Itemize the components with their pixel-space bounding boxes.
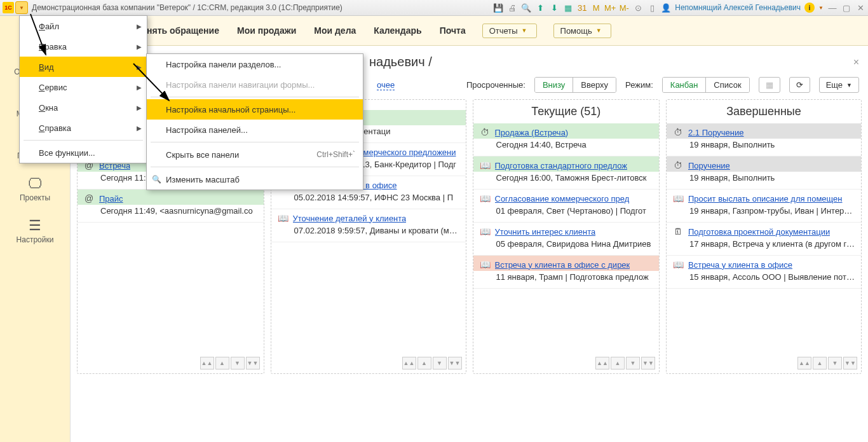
maximize-icon[interactable]: ▢ bbox=[841, 3, 851, 13]
menu-Справка[interactable]: Справка▶ bbox=[20, 118, 147, 138]
scroll-button[interactable]: ▼ bbox=[626, 357, 640, 369]
mail-button[interactable]: Почта bbox=[431, 16, 475, 45]
kanban-card[interactable]: 📖Согласование коммерческого пред01 февра… bbox=[473, 190, 660, 223]
card-link[interactable]: Подготовка стандартного предлож bbox=[495, 161, 627, 170]
scroll-button[interactable]: ▲▲ bbox=[797, 357, 811, 369]
menu-Вид[interactable]: Вид▶ bbox=[20, 57, 147, 77]
grid-view-button[interactable]: ▦ bbox=[759, 77, 780, 93]
overdue-top-button[interactable]: Вверху bbox=[573, 78, 616, 92]
window-title: Демонстрационная база компании "Ветерок"… bbox=[32, 3, 493, 12]
print-icon[interactable]: 🖨 bbox=[507, 3, 517, 13]
export-icon[interactable]: ⬆ bbox=[535, 3, 545, 13]
accept-appeal-button[interactable]: нять обращение bbox=[138, 16, 228, 45]
close-icon[interactable]: ✕ bbox=[855, 3, 865, 13]
scroll-button[interactable]: ▲▲ bbox=[595, 357, 609, 369]
import-icon[interactable]: ⬇ bbox=[549, 3, 559, 13]
card-link[interactable]: Уточнение деталей у клиента bbox=[293, 214, 407, 223]
menu-Файл[interactable]: Файл▶ bbox=[20, 16, 147, 36]
menu-Правка[interactable]: Правка▶ bbox=[20, 36, 147, 57]
card-link[interactable]: Встреча у клиента в офисе bbox=[688, 260, 792, 270]
main-dropdown-button[interactable]: ▼ bbox=[15, 1, 28, 14]
card-link[interactable]: Просит выслать описание для помещен bbox=[688, 194, 843, 204]
sidebar-item-label: Настройки bbox=[17, 235, 54, 244]
scroll-button[interactable]: ▲ bbox=[215, 357, 229, 369]
view-submenu: Настройка панели разделов... Настройка п… bbox=[146, 53, 363, 190]
minimize-icon[interactable]: — bbox=[827, 3, 837, 13]
calendar-button[interactable]: Календарь bbox=[365, 16, 430, 45]
user-name[interactable]: Непомнящий Алексей Геннадьевич bbox=[675, 3, 801, 12]
refresh-button[interactable]: ⟳ bbox=[789, 77, 810, 93]
mode-kanban-button[interactable]: Канбан bbox=[663, 78, 706, 92]
card-link[interactable]: Согласование коммерческого пред bbox=[495, 194, 630, 204]
card-subtitle: 19 января, Газпром-трубы, Иван | Интерес… bbox=[667, 205, 861, 222]
titlebar-right: 💾 🖨 🔍 ⬆ ⬇ ▦ 31 M M+ M- ⊙ ▯ 👤 Непомнящий … bbox=[493, 3, 865, 13]
close-page-button[interactable]: × bbox=[853, 57, 859, 68]
more-button[interactable]: Еще▼ bbox=[819, 77, 859, 93]
scroll-button[interactable]: ▲ bbox=[417, 357, 431, 369]
menu-hide-panels[interactable]: Скрыть все панелиCtrl+Shift+` bbox=[147, 144, 363, 165]
m-minus-icon[interactable]: M bbox=[591, 3, 601, 13]
mode-list-button[interactable]: Список bbox=[705, 78, 749, 92]
scroll-button[interactable]: ▼ bbox=[828, 357, 842, 369]
info-caret-icon[interactable]: ▼ bbox=[818, 5, 824, 11]
kanban-card[interactable]: 📖Встреча у клиента в офисе15 января, Асс… bbox=[667, 256, 861, 289]
scroll-button[interactable]: ▼▼ bbox=[641, 357, 655, 369]
scroll-button[interactable]: ▲ bbox=[611, 357, 625, 369]
save-icon[interactable]: 💾 bbox=[493, 3, 503, 13]
card-link[interactable]: Прайс bbox=[99, 194, 123, 204]
search-icon[interactable]: ⊙ bbox=[633, 3, 643, 13]
kanban-card[interactable]: 🗓Подготовка проектной документации17 янв… bbox=[667, 223, 861, 256]
card-header: @Прайс bbox=[78, 190, 264, 205]
kanban-card[interactable]: 📖Просит выслать описание для помещен19 я… bbox=[667, 190, 861, 223]
kanban-card[interactable]: 📖Уточнить интерес клиента05 февраля, Сви… bbox=[473, 223, 660, 256]
calc-icon[interactable]: ▦ bbox=[563, 3, 573, 13]
m-plus-icon[interactable]: M+ bbox=[605, 3, 615, 13]
kanban-card[interactable]: @ПрайсСегодня 11:49, <aasnurnicyna@gmail… bbox=[78, 190, 264, 223]
scroll-button[interactable]: ▼ bbox=[433, 357, 447, 369]
scroll-button[interactable]: ▼▼ bbox=[843, 357, 857, 369]
my-sales-button[interactable]: Мои продажи bbox=[228, 16, 305, 45]
menu-Сервис[interactable]: Сервис▶ bbox=[20, 77, 147, 97]
kanban-card[interactable]: ⏱2.1 Поручение19 января, Выполнить bbox=[667, 123, 861, 156]
overdue-bottom-button[interactable]: Внизу bbox=[535, 78, 573, 92]
menu-Окна[interactable]: Окна▶ bbox=[20, 97, 147, 118]
scroll-button[interactable]: ▲▲ bbox=[200, 357, 214, 369]
scroll-button[interactable]: ▲▲ bbox=[402, 357, 416, 369]
card-link[interactable]: Подготовка проектной документации bbox=[688, 227, 830, 237]
scroll-button[interactable]: ▼ bbox=[231, 357, 245, 369]
card-subtitle: Сегодня 14:40, Встреча bbox=[473, 139, 660, 156]
kanban-card[interactable]: 📖Уточнение деталей у клиента07.02.2018 9… bbox=[271, 209, 466, 242]
card-header: 📖Встреча у клиента в офисе bbox=[667, 256, 861, 271]
reports-button[interactable]: Отчеты▼ bbox=[482, 24, 537, 38]
card-link[interactable]: Встреча у клиента в офисе с дирек bbox=[495, 260, 630, 270]
scroll-button[interactable]: ▼▼ bbox=[448, 357, 462, 369]
scroll-button[interactable]: ▼▼ bbox=[246, 357, 260, 369]
m-minus2-icon[interactable]: M- bbox=[619, 3, 629, 13]
menu-sections-config[interactable]: Настройка панели разделов... bbox=[147, 54, 363, 74]
other-link[interactable]: очее bbox=[377, 80, 395, 90]
kanban-card[interactable]: ⏱Продажа (Встреча)Сегодня 14:40, Встреча bbox=[473, 123, 660, 156]
scroll-button[interactable]: ▲ bbox=[813, 357, 827, 369]
menu-zoom[interactable]: 🔍Изменить масштаб bbox=[147, 169, 363, 190]
card-link[interactable]: Уточнить интерес клиента bbox=[495, 227, 596, 237]
card-type-icon: ⏱ bbox=[673, 160, 683, 170]
card-type-icon: 📖 bbox=[480, 259, 490, 270]
preview-icon[interactable]: 🔍 bbox=[521, 3, 531, 13]
menu-panels-config[interactable]: Настройка панелей... bbox=[147, 120, 363, 140]
kanban-card[interactable]: ⏱Поручение19 января, Выполнить bbox=[667, 156, 861, 190]
sidebar-item-projects[interactable]: 🖵Проекты bbox=[20, 176, 50, 202]
sidebar-item-settings[interactable]: ☰Настройки bbox=[17, 218, 54, 244]
help-button[interactable]: Помощь▼ bbox=[553, 24, 611, 38]
my-tasks-button[interactable]: Мои дела bbox=[305, 16, 365, 45]
calendar-icon[interactable]: 31 bbox=[577, 3, 587, 13]
menu-all-functions[interactable]: Все функции... bbox=[20, 142, 147, 163]
card-link[interactable]: Поручение bbox=[688, 161, 730, 170]
card-header: 📖Согласование коммерческого пред bbox=[473, 190, 660, 205]
kanban-card[interactable]: 📖Встреча у клиента в офисе с дирек11 янв… bbox=[473, 256, 660, 289]
kanban-card[interactable]: 📖Подготовка стандартного предложСегодня … bbox=[473, 156, 660, 190]
card-link[interactable]: Продажа (Встреча) bbox=[495, 128, 569, 137]
menu-start-page-config[interactable]: Настройка начальной страницы... bbox=[147, 99, 363, 120]
card-link[interactable]: 2.1 Поручение bbox=[688, 128, 744, 137]
book-icon[interactable]: ▯ bbox=[647, 3, 657, 13]
info-icon[interactable]: i bbox=[804, 3, 815, 13]
